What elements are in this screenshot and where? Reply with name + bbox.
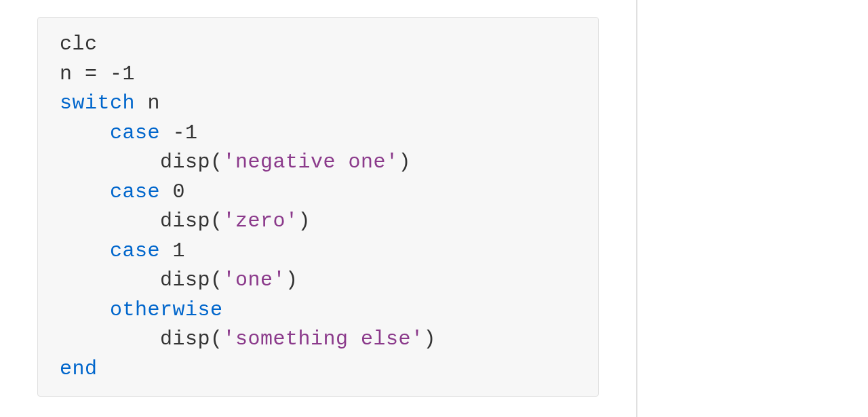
code-token: disp(	[160, 210, 223, 233]
code-line: n = -1	[60, 60, 576, 90]
code-line: disp('zero')	[60, 207, 576, 237]
code-line: case 0	[60, 178, 576, 207]
content-area: clcn = -1switch n case -1 disp('negative…	[0, 0, 637, 417]
code-line: otherwise	[60, 296, 576, 325]
code-token: case	[110, 180, 160, 203]
code-token: end	[60, 357, 98, 380]
code-token: disp(	[160, 151, 223, 174]
code-line: clc	[60, 30, 576, 60]
code-line: case -1	[60, 119, 576, 148]
code-line: disp('negative one')	[60, 148, 576, 178]
code-token: switch	[60, 92, 135, 115]
code-line: case 1	[60, 237, 576, 266]
code-token: n	[135, 92, 160, 115]
code-token: 'one'	[223, 269, 286, 292]
code-token: )	[399, 151, 412, 174]
code-line: end	[60, 355, 576, 384]
code-token: clc	[60, 33, 98, 56]
code-token: otherwise	[110, 298, 223, 321]
code-token: case	[110, 239, 160, 262]
code-token: disp(	[160, 269, 223, 292]
code-token: 1	[160, 239, 185, 262]
code-block: clcn = -1switch n case -1 disp('negative…	[37, 17, 599, 397]
code-token: disp(	[160, 327, 223, 351]
code-line: disp('one')	[60, 266, 576, 296]
code-line: disp('something else')	[60, 325, 576, 355]
code-token: -1	[160, 121, 198, 144]
code-token: n = -1	[60, 62, 135, 85]
code-token: )	[298, 210, 311, 233]
code-token: 0	[160, 180, 185, 203]
code-token: 'negative one'	[223, 151, 399, 174]
code-token: case	[110, 121, 160, 144]
code-token: )	[424, 327, 437, 351]
code-line: switch n	[60, 89, 576, 119]
code-token: 'something else'	[223, 327, 424, 351]
code-token: 'zero'	[223, 210, 298, 233]
code-token: )	[285, 269, 298, 292]
